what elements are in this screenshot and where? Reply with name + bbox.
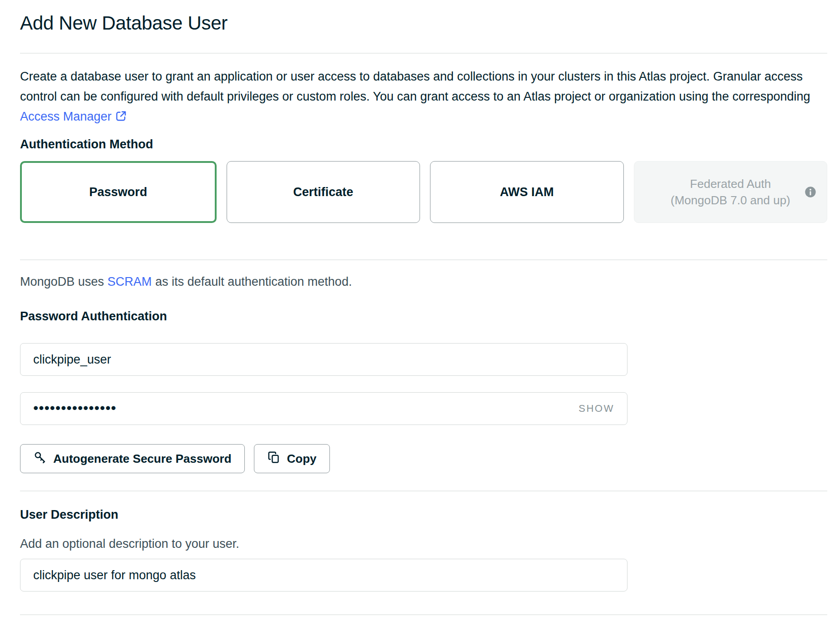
scram-link[interactable]: SCRAM [107,275,152,288]
divider [20,259,827,260]
user-description-label: User Description [20,507,827,522]
user-description-hint: Add an optional description to your user… [20,536,827,551]
password-authentication-label: Password Authentication [20,308,827,324]
divider [20,53,827,54]
page-title: Add New Database User [20,12,827,35]
username-input[interactable] [20,343,627,376]
autogenerate-password-button[interactable]: Autogenerate Secure Password [20,444,245,473]
auth-method-federated-auth: Federated Auth (MongoDB 7.0 and up) [634,161,828,223]
add-database-user-page: Add New Database User Create a database … [0,12,840,615]
auth-method-certificate-label: Certificate [293,185,353,199]
auth-method-password-label: Password [89,185,147,199]
copy-password-button[interactable]: Copy [254,444,330,473]
auth-method-aws-iam-label: AWS IAM [500,185,554,199]
authentication-method-label: Authentication Method [20,137,827,152]
divider [20,491,827,491]
auth-method-aws-iam[interactable]: AWS IAM [430,161,624,223]
copy-icon [267,450,281,467]
auth-method-password[interactable]: Password [20,161,217,223]
key-icon [33,450,47,467]
show-password-button[interactable]: SHOW [579,403,614,415]
auth-method-certificate[interactable]: Certificate [227,161,420,223]
user-description-input[interactable] [20,559,627,592]
copy-button-label: Copy [287,452,317,466]
divider [20,614,827,615]
auth-method-group: Password Certificate AWS IAM Federated A… [20,161,827,223]
password-actions: Autogenerate Secure Password Copy [20,444,827,473]
intro-text-body: Create a database user to grant an appli… [20,70,810,103]
scram-note: MongoDB uses SCRAM as its default authen… [20,274,827,289]
info-icon[interactable] [804,186,817,198]
external-link-icon[interactable] [115,108,127,128]
autogenerate-password-label: Autogenerate Secure Password [53,452,232,466]
auth-method-federated-label: Federated Auth (MongoDB 7.0 and up) [671,176,790,208]
intro-text: Create a database user to grant an appli… [20,66,814,128]
access-manager-link[interactable]: Access Manager [20,110,111,123]
password-masked-value: ••••••••••••••• [33,391,116,424]
password-input[interactable]: ••••••••••••••• SHOW [20,392,627,425]
